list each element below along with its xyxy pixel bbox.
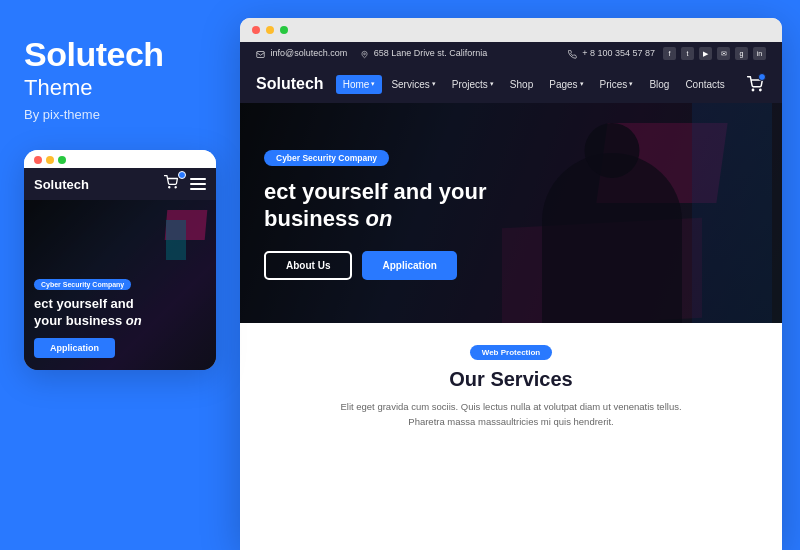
mobile-cyber-badge: Cyber Security Company <box>34 279 131 290</box>
about-us-button[interactable]: About Us <box>264 251 352 280</box>
topbar-email: info@solutech.com <box>256 48 347 58</box>
mobile-cart-badge <box>178 171 186 179</box>
nav-link-prices[interactable]: Prices ▾ <box>593 75 641 94</box>
dot-red <box>34 156 42 164</box>
topbar-left: info@solutech.com 658 Lane Drive st. Cal… <box>256 48 487 58</box>
svg-point-4 <box>752 89 753 90</box>
left-panel: Solutech Theme By pix-theme Solutech <box>0 0 240 550</box>
nav-link-shop[interactable]: Shop <box>503 75 540 94</box>
desktop-info-bar: info@solutech.com 658 Lane Drive st. Cal… <box>240 42 782 65</box>
social-linkedin[interactable]: in <box>753 47 766 60</box>
web-protection-badge: Web Protection <box>470 345 553 360</box>
mobile-nav: Solutech <box>24 168 216 200</box>
nav-link-pages[interactable]: Pages ▾ <box>542 75 590 94</box>
mobile-hero: Cyber Security Company ect yourself and … <box>24 200 216 370</box>
desktop-top-bar <box>240 18 782 42</box>
services-description: Elit eget gravida cum sociis. Quis lectu… <box>311 399 711 429</box>
right-panel: info@solutech.com 658 Lane Drive st. Cal… <box>240 0 800 550</box>
mobile-hero-content: Cyber Security Company ect yourself and … <box>24 253 216 359</box>
social-youtube[interactable]: ▶ <box>699 47 712 60</box>
dot-red-desktop <box>252 26 260 34</box>
svg-point-5 <box>760 89 761 90</box>
desktop-mockup: info@solutech.com 658 Lane Drive st. Cal… <box>240 18 782 550</box>
desktop-nav-brand: Solutech <box>256 75 324 93</box>
mobile-mockup: Solutech Cyber Se <box>24 150 216 370</box>
desktop-hero: Cyber Security Company ect yourself and … <box>240 103 782 323</box>
social-icons: f t ▶ ✉ g in <box>663 47 766 60</box>
nav-link-blog[interactable]: Blog <box>642 75 676 94</box>
topbar-phone: + 8 100 354 57 87 <box>568 48 655 58</box>
desktop-nav-links: Home ▾ Services ▾ Projects ▾ Shop Pages … <box>336 75 732 94</box>
social-email[interactable]: ✉ <box>717 47 730 60</box>
application-button[interactable]: Application <box>362 251 456 280</box>
brand-name: Solutech Theme <box>24 36 164 101</box>
desktop-hero-content: Cyber Security Company ect yourself and … <box>240 147 487 280</box>
nav-link-home[interactable]: Home ▾ <box>336 75 383 94</box>
desktop-hero-text: ect yourself and your business on <box>264 178 487 233</box>
mobile-top-bar <box>24 150 216 168</box>
svg-rect-2 <box>257 51 265 57</box>
nav-link-contacts[interactable]: Contacts <box>678 75 731 94</box>
dot-yellow <box>46 156 54 164</box>
hamburger-icon[interactable] <box>190 178 206 190</box>
dot-green-desktop <box>280 26 288 34</box>
hero-figure <box>522 133 702 323</box>
dot-yellow-desktop <box>266 26 274 34</box>
services-title: Our Services <box>260 368 762 391</box>
social-twitter[interactable]: t <box>681 47 694 60</box>
nav-link-services[interactable]: Services ▾ <box>384 75 442 94</box>
mobile-hero-text: ect yourself and your business on <box>34 296 206 330</box>
svg-point-0 <box>169 187 170 188</box>
topbar-right: + 8 100 354 57 87 f t ▶ ✉ g in <box>568 47 766 60</box>
desktop-cyber-badge: Cyber Security Company <box>264 150 389 166</box>
dot-green <box>58 156 66 164</box>
social-google[interactable]: g <box>735 47 748 60</box>
social-facebook[interactable]: f <box>663 47 676 60</box>
mobile-application-button[interactable]: Application <box>34 338 115 358</box>
svg-point-1 <box>175 187 176 188</box>
mobile-nav-brand: Solutech <box>34 177 89 192</box>
desktop-services: Web Protection Our Services Elit eget gr… <box>240 323 782 550</box>
svg-point-3 <box>364 53 366 55</box>
topbar-address: 658 Lane Drive st. California <box>361 48 487 58</box>
mobile-cart-icon[interactable] <box>164 175 182 193</box>
hero-buttons: About Us Application <box>264 251 487 280</box>
desktop-cart-icon[interactable] <box>744 73 766 95</box>
mobile-nav-icons <box>164 175 206 193</box>
desktop-cart-badge <box>758 73 766 81</box>
desktop-navbar: Solutech Home ▾ Services ▾ Projects ▾ Sh… <box>240 65 782 103</box>
brand-author: By pix-theme <box>24 107 100 122</box>
nav-link-projects[interactable]: Projects ▾ <box>445 75 501 94</box>
